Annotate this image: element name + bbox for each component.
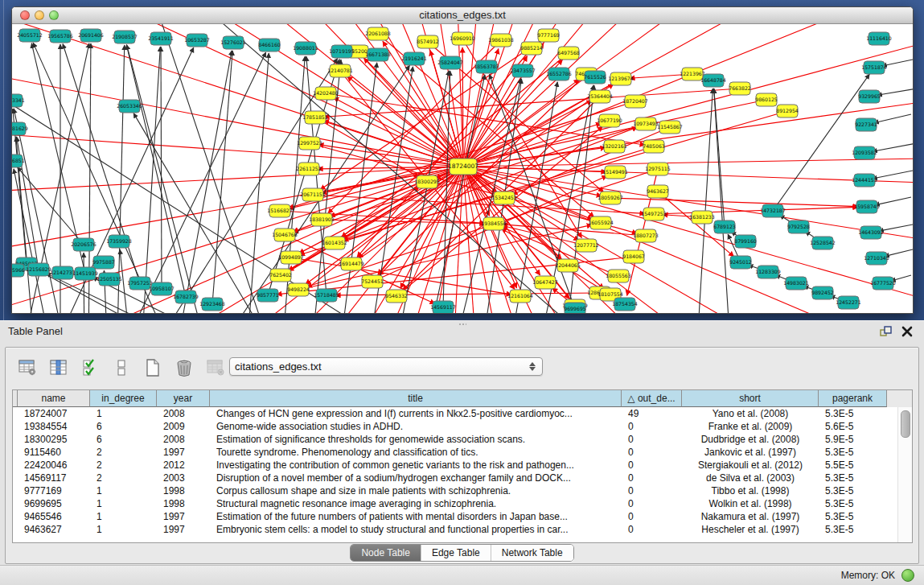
graph-node[interactable]: 12139674	[608, 72, 634, 85]
scrollbar-thumb[interactable]	[901, 410, 910, 438]
graph-node[interactable]: 20691406	[78, 29, 104, 42]
new-file-button[interactable]	[141, 356, 165, 380]
graph-node[interactable]: 16381233	[689, 211, 715, 224]
graph-node[interactable]: 16552786	[546, 68, 572, 80]
graph-node[interactable]: 11116410	[866, 32, 892, 45]
graph-node[interactable]: 23063341	[12, 94, 25, 107]
graph-node[interactable]: 10677190	[597, 114, 622, 127]
graph-node[interactable]: 17359928	[106, 235, 132, 248]
graph-node[interactable]: 14983021	[783, 277, 809, 290]
graph-node[interactable]: 10647427	[532, 276, 558, 289]
graph-edge[interactable]	[12, 167, 463, 282]
graph-node[interactable]: 9892452	[811, 286, 834, 299]
graph-node[interactable]: 15166827	[267, 204, 293, 217]
select-columns-button[interactable]	[78, 356, 102, 380]
graph-node[interactable]: 16671388	[365, 48, 391, 61]
graph-node[interactable]: 15751874	[861, 61, 887, 74]
graph-node[interactable]: 9184067	[622, 250, 645, 263]
table-options-button[interactable]	[15, 356, 39, 380]
graph-node[interactable]: 16777520	[870, 277, 896, 290]
drag-grip-icon[interactable]	[458, 323, 466, 327]
graph-node[interactable]: 12528542	[810, 237, 836, 249]
table-row[interactable]: 1456911722003Disruption of a novel membe…	[13, 472, 912, 484]
graph-node[interactable]: 8466160	[258, 39, 281, 51]
graph-node[interactable]: 9245012	[729, 256, 752, 269]
graph-node[interactable]: 12505135	[97, 273, 122, 286]
graph-node[interactable]: 15149491	[602, 166, 628, 179]
tab-network-table[interactable]: Network Table	[491, 545, 573, 561]
delete-button[interactable]	[172, 356, 196, 380]
graph-node[interactable]: 25824047	[437, 56, 463, 69]
graph-node[interactable]: 8799160	[734, 235, 757, 248]
graph-edge[interactable]	[877, 89, 913, 95]
graph-node[interactable]: 7615526	[584, 71, 606, 84]
graph-node[interactable]: 12156829	[26, 263, 51, 276]
graph-edge[interactable]	[875, 197, 911, 205]
graph-edge[interactable]	[12, 120, 463, 167]
graph-node[interactable]: 6497568	[557, 47, 580, 60]
graph-node[interactable]: 12142737	[50, 266, 76, 279]
graph-node[interactable]: 18059267	[598, 192, 623, 204]
graph-node[interactable]: 9329965	[858, 90, 881, 103]
graph-node[interactable]: 19384554	[481, 217, 507, 230]
table-row[interactable]: 969969511998Structural magnetic resonanc…	[13, 497, 912, 510]
graph-edge[interactable]	[126, 45, 186, 297]
graph-edge[interactable]	[245, 53, 269, 313]
graph-node[interactable]: 18563783	[474, 60, 499, 73]
graph-node[interactable]: 10994897	[278, 251, 304, 264]
table-row[interactable]: 1830029562008Estimation of significance …	[13, 433, 912, 446]
graph-edge[interactable]	[873, 143, 913, 151]
graph-node[interactable]: 8574912	[417, 35, 439, 48]
graph-edge[interactable]	[161, 47, 162, 289]
table-row[interactable]: 911546021997Tourette syndrome. Phenomeno…	[13, 446, 912, 459]
graph-node[interactable]: 18381903	[309, 213, 335, 226]
graph-node[interactable]: 13202161	[602, 140, 627, 153]
graph-node[interactable]: 12710345	[864, 252, 889, 265]
graph-node[interactable]: 7524451	[361, 275, 384, 288]
table-row[interactable]: 2242004622012Investigating the contribut…	[13, 459, 912, 472]
network-canvas[interactable]: 1872400722061088188520011214078114202480…	[12, 24, 913, 313]
graph-node[interactable]: 26053346	[117, 100, 142, 113]
graph-node[interactable]: 14732187	[760, 204, 786, 217]
table-selector-dropdown[interactable]: citations_edges.txt	[229, 357, 543, 376]
graph-node[interactable]: 9546332	[385, 290, 408, 303]
graph-node[interactable]: 24055712	[17, 29, 43, 42]
graph-edge[interactable]	[773, 74, 869, 211]
graph-edge[interactable]	[141, 47, 160, 313]
table-row[interactable]: 1938455462009Genome-wide association stu…	[13, 420, 912, 433]
graph-node[interactable]: 15342453	[491, 192, 517, 204]
column-header-name[interactable]: name	[18, 390, 90, 407]
graph-node[interactable]: 22061088	[365, 27, 391, 40]
graph-node[interactable]: 20671151	[300, 188, 326, 201]
graph-edge[interactable]	[463, 167, 913, 271]
graph-node[interactable]: 9498224	[287, 283, 310, 296]
graph-node[interactable]: 11283309	[755, 266, 781, 278]
graph-node[interactable]: 18754354	[612, 298, 638, 311]
column-header-in_degree[interactable]: in_degree	[90, 390, 157, 407]
graph-node[interactable]: 12093582	[852, 146, 877, 159]
graph-node[interactable]: 15276021	[220, 36, 246, 49]
column-header-title[interactable]: title	[210, 390, 622, 407]
table-row[interactable]: 946362711997Embryonic stem cells: a mode…	[13, 523, 912, 536]
graph-node[interactable]: 3315966	[12, 264, 25, 277]
graph-node[interactable]: 12923468	[199, 298, 225, 311]
graph-node[interactable]: 18807273	[633, 229, 659, 242]
graph-node[interactable]: 12140781	[327, 64, 353, 77]
graph-node[interactable]: 15046766	[272, 229, 298, 241]
column-header-pagerank[interactable]: pagerank	[819, 390, 887, 407]
graph-node[interactable]: 19088011	[293, 42, 318, 55]
graph-node[interactable]: 16960910	[450, 32, 475, 45]
column-header-short[interactable]: short	[682, 390, 819, 407]
graph-node[interactable]: 18055563	[606, 270, 631, 282]
table-row[interactable]: 946554611997Estimation of the future num…	[13, 510, 912, 523]
float-panel-icon[interactable]	[879, 324, 893, 339]
graph-node[interactable]: 12452271	[836, 296, 861, 309]
graph-node[interactable]: 23473557	[510, 64, 536, 77]
graph-edge[interactable]	[127, 45, 213, 313]
graph-node[interactable]: 11451939	[72, 267, 98, 280]
graph-node[interactable]: 7663822	[729, 82, 751, 95]
graph-node[interactable]: 11545867	[657, 121, 683, 134]
graph-node[interactable]: 9699695	[564, 303, 586, 313]
graph-node[interactable]: 9860125	[755, 93, 778, 106]
table-row[interactable]: 1872400712008Changes of HCN gene express…	[13, 407, 912, 420]
